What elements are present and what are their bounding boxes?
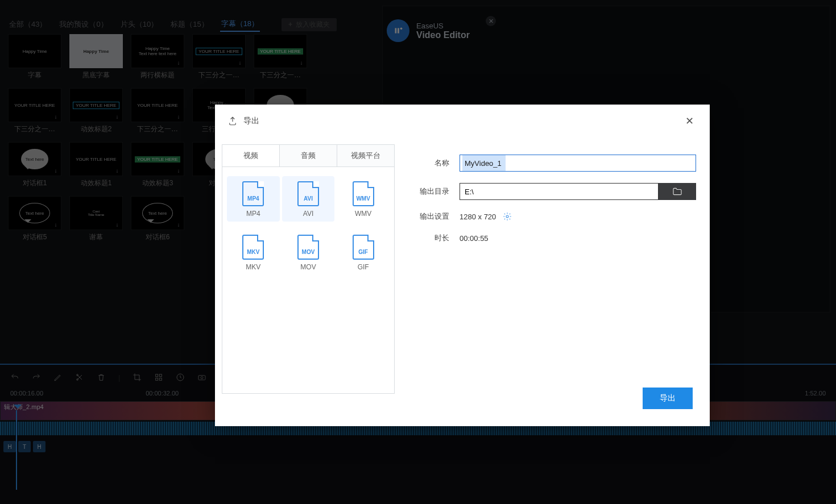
export-button[interactable]: 导出 — [643, 388, 693, 409]
svg-point-14 — [506, 215, 508, 218]
resolution-value: 1280 x 720 — [460, 213, 496, 221]
format-option-avi[interactable]: AVI AVI — [282, 176, 335, 222]
outdir-label: 输出目录 — [413, 186, 449, 197]
format-tab-bar: 视频 音频 视频平台 — [222, 144, 395, 166]
outdir-input[interactable] — [460, 183, 659, 200]
format-option-wmv[interactable]: WMV WMV — [337, 176, 390, 222]
settings-label: 输出设置 — [413, 211, 449, 222]
format-grid: MP4 MP4 AVI AVI WMV WMV MKV MKV MOV MO — [222, 166, 395, 394]
duration-value: 00:00:55 — [460, 234, 489, 243]
format-label: MP4 — [246, 210, 260, 218]
format-label: MKV — [246, 263, 260, 271]
browse-button[interactable] — [659, 183, 696, 200]
format-option-mov[interactable]: MOV MOV — [282, 230, 335, 275]
format-panel: 视频 音频 视频平台 MP4 MP4 AVI AVI WMV WMV MK — [222, 144, 395, 394]
export-form: 名称 输出目录 输出设置 1280 x 720 — [413, 144, 696, 394]
tab-video[interactable]: 视频 — [222, 144, 280, 166]
file-icon: MKV — [242, 235, 264, 260]
format-label: WMV — [355, 210, 371, 218]
file-icon: MP4 — [242, 181, 264, 206]
tab-platform[interactable]: 视频平台 — [337, 144, 395, 166]
file-icon: MOV — [297, 235, 319, 260]
file-icon: AVI — [297, 181, 319, 206]
file-icon: GIF — [353, 235, 374, 260]
format-label: MOV — [300, 263, 316, 271]
format-option-mkv[interactable]: MKV MKV — [227, 230, 280, 275]
duration-label: 时长 — [413, 233, 449, 243]
file-icon: WMV — [353, 181, 374, 206]
format-label: GIF — [358, 263, 369, 271]
name-label: 名称 — [413, 158, 449, 168]
export-icon — [227, 116, 238, 126]
export-dialog: 导出 ✕ 视频 音频 视频平台 MP4 MP4 AVI AVI WMV — [215, 105, 710, 426]
name-input[interactable] — [460, 155, 696, 172]
format-option-mp4[interactable]: MP4 MP4 — [227, 176, 280, 222]
format-label: AVI — [303, 210, 313, 218]
dialog-header: 导出 ✕ — [215, 105, 710, 133]
tab-audio[interactable]: 音频 — [280, 144, 337, 166]
settings-gear-icon[interactable] — [503, 212, 512, 221]
folder-icon — [672, 188, 682, 195]
close-button[interactable]: ✕ — [682, 113, 697, 130]
dialog-title: 导出 — [243, 116, 259, 126]
format-option-gif[interactable]: GIF GIF — [337, 230, 390, 275]
